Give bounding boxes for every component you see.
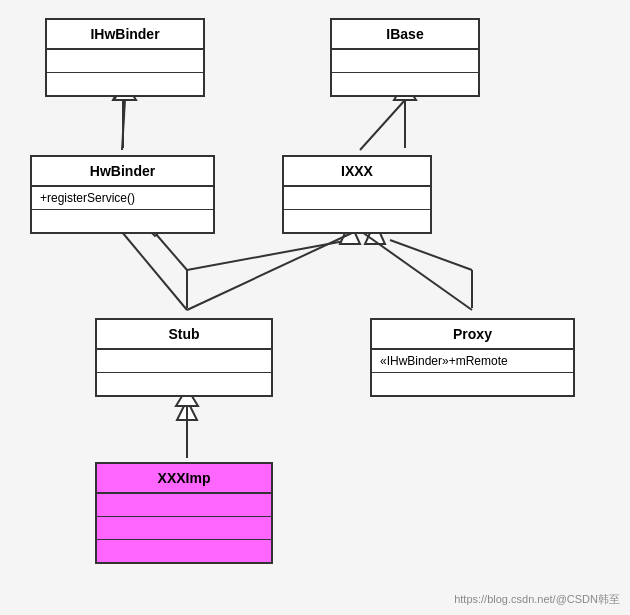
- HwBinder-section2: [32, 210, 213, 232]
- IHwBinder-section1: [47, 50, 203, 73]
- IHwBinder-section2: [47, 73, 203, 95]
- IBase-title: IBase: [332, 20, 478, 50]
- Stub-section2: [97, 373, 271, 395]
- Proxy-section2: [372, 373, 573, 395]
- Proxy-title: Proxy: [372, 320, 573, 350]
- XXXImp-title: XXXImp: [97, 464, 271, 494]
- XXXImp-section1: [97, 494, 271, 517]
- HwBinder-method: +registerService(): [32, 187, 213, 210]
- svg-line-11: [390, 240, 472, 270]
- Proxy-attr: «IHwBinder»+mRemote: [372, 350, 573, 373]
- Stub-box: Stub: [95, 318, 273, 397]
- XXXImp-section3: [97, 540, 271, 562]
- svg-line-17: [360, 100, 405, 150]
- IXXX-section1: [284, 187, 430, 210]
- svg-line-19: [122, 232, 187, 310]
- XXXImp-box: XXXImp: [95, 462, 273, 564]
- svg-line-23: [362, 232, 472, 310]
- diagram-container: IHwBinder IBase HwBinder +registerServic…: [0, 0, 630, 615]
- IBase-section2: [332, 73, 478, 95]
- IBase-section1: [332, 50, 478, 73]
- HwBinder-title: HwBinder: [32, 157, 213, 187]
- XXXImp-section2: [97, 517, 271, 540]
- Stub-title: Stub: [97, 320, 271, 350]
- Proxy-box: Proxy «IHwBinder»+mRemote: [370, 318, 575, 397]
- watermark: https://blog.csdn.net/@CSDN韩至: [454, 592, 620, 607]
- IHwBinder-title: IHwBinder: [47, 20, 203, 50]
- IBase-box: IBase: [330, 18, 480, 97]
- svg-line-21: [187, 232, 354, 310]
- svg-marker-14: [177, 400, 197, 420]
- IXXX-box: IXXX: [282, 155, 432, 234]
- IHwBinder-box: IHwBinder: [45, 18, 205, 97]
- svg-line-5: [155, 233, 187, 270]
- IXXX-section2: [284, 210, 430, 232]
- IXXX-title: IXXX: [284, 157, 430, 187]
- HwBinder-box: HwBinder +registerService(): [30, 155, 215, 234]
- svg-line-8: [187, 240, 350, 270]
- svg-line-15: [122, 100, 125, 150]
- Stub-section1: [97, 350, 271, 373]
